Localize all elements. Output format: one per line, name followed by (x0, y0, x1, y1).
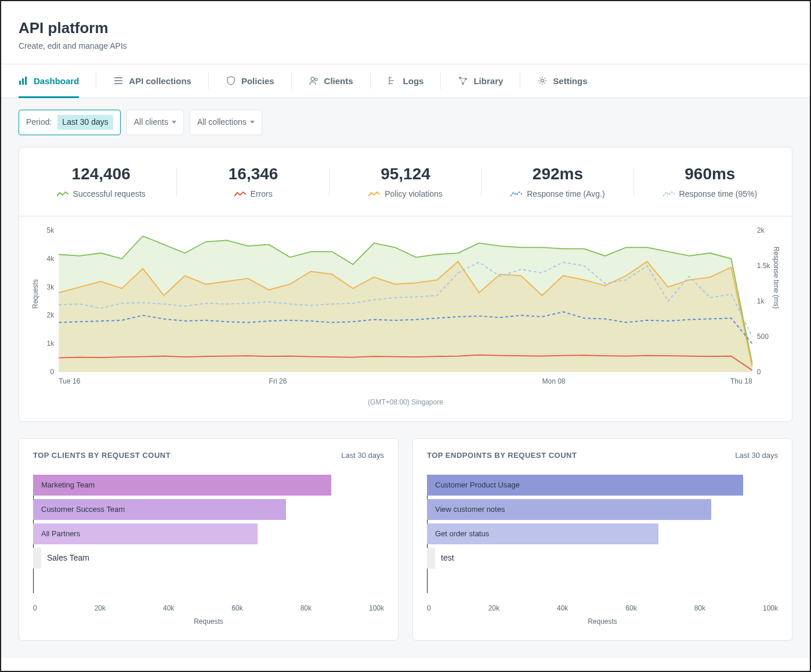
svg-rect-0 (19, 81, 21, 85)
svg-text:4k: 4k (46, 255, 55, 263)
axis-tick: 20k (488, 604, 499, 613)
clients-filter[interactable]: All clients (126, 110, 184, 135)
left-axis-label: Requests (31, 279, 41, 309)
top-clients-axis: 020k40k60k80k100k (33, 604, 384, 613)
clients-filter-label: All clients (134, 117, 168, 128)
tab-label: Settings (553, 75, 587, 87)
metric-label: Policy violations (368, 189, 443, 200)
axis-tick: 60k (231, 604, 242, 613)
gear-icon (538, 76, 547, 85)
bar-label: Customer Product Usage (435, 480, 520, 490)
bar-label: Get order status (435, 529, 489, 539)
top-endpoints-axis-title: Requests (427, 617, 778, 627)
top-clients-axis-title: Requests (33, 617, 384, 627)
axis-tick: 60k (625, 604, 636, 613)
bar[interactable] (33, 548, 41, 569)
tab-settings[interactable]: Settings (538, 64, 587, 97)
svg-text:Fri 26: Fri 26 (269, 377, 287, 385)
top-clients-bars: Marketing TeamCustomer Success TeamAll P… (33, 475, 384, 593)
svg-text:1k: 1k (46, 339, 55, 348)
bar[interactable] (427, 548, 435, 569)
bar-label: Sales Team (47, 552, 89, 564)
tab-policies[interactable]: Policies (226, 64, 274, 97)
axis-tick: 80k (694, 604, 705, 613)
svg-rect-1 (22, 78, 24, 85)
tab-label: Dashboard (34, 75, 79, 87)
tab-label: API collections (129, 75, 191, 87)
top-endpoints-period: Last 30 days (735, 450, 778, 461)
tab-dashboard[interactable]: Dashboard (19, 64, 79, 97)
axis-tick: 0 (33, 604, 37, 613)
bar-row: test (427, 548, 778, 569)
axis-tick: 100k (763, 604, 778, 613)
bar-row: All Partners (33, 523, 384, 544)
metric: 292ms Response time (Avg.) (481, 162, 633, 201)
bar-row: Customer Product Usage (427, 475, 778, 496)
metric-label-text: Response time (Avg.) (527, 189, 604, 200)
period-value: Last 30 days (57, 115, 113, 130)
top-clients-period: Last 30 days (341, 450, 384, 461)
chart-area: Requests Response time (ms) 01k2k3k4k5k0… (19, 216, 792, 421)
line-swatch-icon (511, 191, 522, 198)
svg-text:0: 0 (757, 368, 761, 376)
top-clients-card: TOP CLIENTS BY REQUEST COUNT Last 30 day… (19, 438, 399, 641)
page-header: API platform Create, edit and manage API… (1, 1, 810, 64)
svg-text:0: 0 (50, 368, 55, 376)
bar-chart-icon (19, 76, 28, 85)
svg-line-17 (460, 78, 463, 84)
page-title: API platform (19, 17, 792, 38)
top-clients-title: TOP CLIENTS BY REQUEST COUNT (33, 450, 171, 461)
line-swatch-icon (368, 191, 380, 198)
svg-text:1k: 1k (757, 297, 765, 305)
metric-value: 124,406 (25, 162, 177, 185)
metric-value: 95,124 (330, 162, 481, 185)
svg-text:1.5k: 1.5k (757, 262, 771, 270)
bottom-grid: TOP CLIENTS BY REQUEST COUNT Last 30 day… (19, 438, 792, 641)
metric-label: Successful requests (57, 189, 146, 200)
filter-bar: Period: Last 30 days All clients All col… (19, 110, 792, 135)
metric: 95,124 Policy violations (330, 162, 481, 201)
svg-point-6 (311, 77, 314, 81)
metric-label-text: Successful requests (73, 189, 146, 200)
bar-label: test (441, 552, 454, 564)
tab-clients[interactable]: Clients (309, 64, 353, 97)
period-label: Period: (26, 117, 52, 128)
line-swatch-icon (663, 191, 675, 198)
bar[interactable]: Customer Product Usage (427, 475, 743, 496)
overview-chart-card: 124,406 Successful requests 16,346 Error… (19, 147, 792, 422)
metric-label: Errors (234, 189, 273, 200)
tab-label: Library (473, 75, 503, 87)
axis-tick: 20k (95, 604, 106, 613)
log-icon (388, 76, 397, 85)
period-filter[interactable]: Period: Last 30 days (19, 110, 121, 135)
bar-row: Get order status (427, 523, 778, 544)
tab-library[interactable]: Library (458, 64, 503, 97)
bar[interactable]: Get order status (427, 523, 658, 544)
metric-label: Response time (95%) (663, 189, 758, 200)
metric: 960ms Response time (95%) (634, 162, 786, 201)
bar[interactable]: Marketing Team (33, 475, 331, 496)
metric: 124,406 Successful requests (25, 162, 177, 201)
bar[interactable]: All Partners (33, 523, 258, 544)
svg-text:Mon 08: Mon 08 (542, 377, 566, 385)
users-icon (309, 76, 318, 85)
collections-filter[interactable]: All collections (190, 110, 262, 135)
svg-text:2k: 2k (757, 226, 765, 234)
bar-label: View customer notes (435, 504, 505, 515)
tab-collections[interactable]: API collections (114, 64, 191, 97)
overview-chart: 01k2k3k4k5k05001k1.5k2kTue 16Fri 26Mon 0… (37, 226, 774, 388)
bar[interactable]: Customer Success Team (33, 499, 286, 520)
bar[interactable]: View customer notes (427, 499, 711, 520)
metric-label-text: Errors (251, 189, 273, 200)
metric-value: 16,346 (177, 162, 329, 185)
main-tabs: DashboardAPI collectionsPoliciesClientsL… (1, 64, 810, 98)
bar-row: Marketing Team (33, 475, 384, 496)
graph-icon (458, 76, 468, 85)
tab-logs[interactable]: Logs (388, 64, 424, 97)
metric-label-text: Response time (95%) (679, 189, 758, 200)
metric-value: 960ms (634, 162, 786, 185)
bar-row: Sales Team (33, 548, 384, 569)
svg-text:5k: 5k (46, 226, 55, 234)
line-swatch-icon (234, 191, 246, 198)
shield-icon (226, 76, 236, 85)
